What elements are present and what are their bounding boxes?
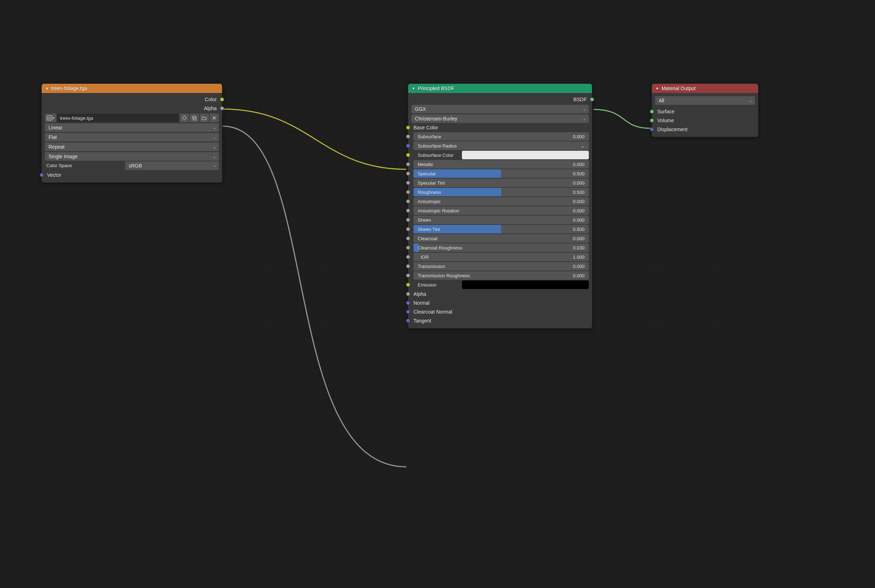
input-specularTint[interactable]: Specular Tint0.000 [411,178,589,188]
socket-icon[interactable] [406,255,410,259]
socket-icon[interactable] [406,162,410,166]
output-color[interactable]: Color [45,95,219,104]
input-surface[interactable]: Surface [655,107,755,116]
chevron-down-icon: ⌄ [583,117,586,121]
socket-icon[interactable] [406,126,410,130]
input-value: 0.000 [573,236,589,241]
socket-vector-icon[interactable] [39,173,44,177]
socket-icon[interactable] [406,292,410,296]
socket-icon[interactable] [406,199,410,204]
input-clearcoatNormal[interactable]: Clearcoat Normal [411,307,589,316]
input-metallic[interactable]: Metallic0.000 [411,160,589,169]
output-bsdf[interactable]: BSDF [411,95,589,104]
input-emission[interactable]: Emission [411,280,589,290]
input-subsurfaceRadius[interactable]: Subsurface Radius⌄ [411,141,589,150]
color-swatch[interactable] [462,151,589,159]
input-clearcoatRough[interactable]: Clearcoat Roughness0.030 [411,243,589,252]
input-anisotropicRot[interactable]: Anisotropic Rotation0.000 [411,206,589,215]
color-space-dropdown[interactable]: sRGB ⌄ [125,161,219,170]
input-subsurface[interactable]: Subsurface0.000 [411,132,589,141]
input-label: Transmission Roughness [413,273,470,278]
socket-icon[interactable] [406,319,410,323]
output-alpha[interactable]: Alpha [45,104,219,112]
socket-icon[interactable] [406,171,410,176]
input-roughness[interactable]: Roughness0.500 [411,188,589,197]
input-volume[interactable]: Volume [655,116,755,125]
projection-dropdown[interactable]: Flat ⌄ [45,133,219,141]
socket-color-icon[interactable] [220,97,224,102]
distribution-dropdown[interactable]: GGX ⌄ [411,105,589,113]
input-baseColor[interactable]: Base Color [411,123,589,132]
input-value: 0.000 [573,264,589,269]
fake-user-icon[interactable] [180,114,189,122]
node-header-principled[interactable]: ▼ Principled BSDF [408,84,592,93]
socket-icon[interactable] [406,273,410,278]
input-label: Sheen [413,218,431,223]
socket-icon[interactable] [406,264,410,268]
socket-shader-icon[interactable] [650,110,654,114]
unlink-icon[interactable] [210,114,219,122]
socket-icon[interactable] [406,227,410,231]
input-label: Specular [413,171,436,176]
svg-rect-0 [47,116,52,120]
color-swatch[interactable] [462,280,589,289]
node-image-texture[interactable]: ▼ trees-foliage.tga Color Alpha ▾ trees-… [41,83,222,183]
duplicate-icon[interactable] [190,114,199,122]
input-value: 0.000 [573,180,589,186]
input-sheen[interactable]: Sheen0.000 [411,215,589,225]
socket-vector-icon[interactable] [650,127,654,132]
socket-icon[interactable] [406,236,410,240]
image-browse-icon[interactable]: ▾ [45,114,56,122]
collapse-toggle-icon[interactable]: ▼ [45,87,49,90]
socket-icon[interactable] [406,283,410,287]
socket-shader-icon[interactable] [650,118,654,123]
input-specular[interactable]: Specular0.500 [411,169,589,178]
node-header-image-texture[interactable]: ▼ trees-foliage.tga [42,84,222,93]
node-principled-bsdf[interactable]: ▼ Principled BSDF BSDF GGX ⌄ Christensen… [408,83,592,328]
input-label: Sheen Tint [413,226,440,232]
socket-icon[interactable] [406,181,410,185]
socket-icon[interactable] [406,153,410,157]
socket-icon[interactable] [406,134,410,139]
image-name-field[interactable]: trees-foliage.tga [57,114,179,122]
input-transmissionRough[interactable]: Transmission Roughness0.000 [411,271,589,280]
node-header-material-output[interactable]: ▼ Material Output [652,84,758,93]
input-tangent[interactable]: Tangent [411,316,589,325]
input-clearcoat[interactable]: Clearcoat0.000 [411,234,589,243]
svg-rect-2 [194,117,197,120]
input-displacement[interactable]: Displacement [655,125,755,134]
socket-shader-icon[interactable] [590,97,594,102]
subsurface-method-dropdown[interactable]: Christensen-Burley ⌄ [411,114,589,123]
input-vector[interactable]: Vector [45,170,219,179]
socket-icon[interactable] [406,144,410,148]
input-value: 0.500 [573,226,589,232]
collapse-toggle-icon[interactable]: ▼ [412,87,415,90]
input-normal[interactable]: Normal [411,298,589,307]
output-target-dropdown[interactable]: All ⌄ [655,96,755,105]
collapse-toggle-icon[interactable]: ▼ [656,87,659,90]
image-datablock-selector[interactable]: ▾ trees-foliage.tga [45,114,219,122]
input-sheenTint[interactable]: Sheen Tint0.500 [411,225,589,234]
input-transmission[interactable]: Transmission0.000 [411,262,589,271]
input-subsurfaceColor[interactable]: Subsurface Color [411,150,589,160]
input-anisotropic[interactable]: Anisotropic0.000 [411,197,589,206]
extension-dropdown[interactable]: Repeat ⌄ [45,142,219,151]
source-dropdown[interactable]: Single Image ⌄ [45,152,219,161]
socket-icon[interactable] [406,246,410,250]
socket-icon[interactable] [406,208,410,213]
open-file-icon[interactable] [200,114,209,122]
interpolation-dropdown[interactable]: Linear ⌄ [45,123,219,132]
input-label: Base Color [413,125,438,130]
socket-alpha-icon[interactable] [220,106,224,111]
input-ior[interactable]: IOR1.000 [411,252,589,262]
socket-icon[interactable] [406,190,410,194]
input-label: Subsurface Color [413,153,459,158]
input-value: 0.500 [573,190,589,195]
socket-icon[interactable] [406,310,410,314]
node-material-output[interactable]: ▼ Material Output All ⌄ Surface Volume D… [651,83,758,137]
input-value: 0.500 [573,171,589,176]
socket-icon[interactable] [406,301,410,305]
input-alpha[interactable]: Alpha [411,290,589,298]
chevron-down-icon: ⌄ [213,154,216,159]
socket-icon[interactable] [406,218,410,222]
